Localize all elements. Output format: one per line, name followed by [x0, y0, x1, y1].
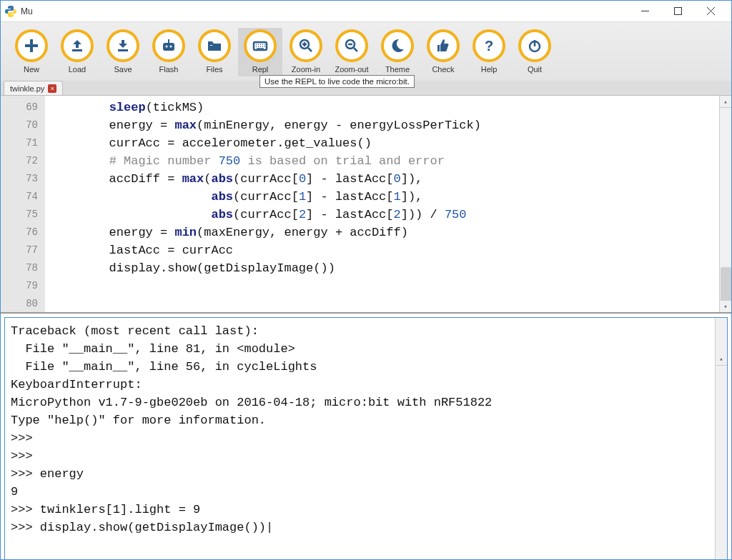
check-label: Check [432, 65, 454, 74]
close-tab-icon[interactable]: × [48, 84, 56, 93]
zoom-out-label: Zoom-out [335, 65, 368, 74]
svg-rect-1 [72, 49, 82, 51]
line-number: 74 [1, 188, 38, 206]
repl-line: >>> energy [11, 465, 724, 483]
zoom-out-button[interactable]: Zoom-out [330, 28, 374, 76]
tooltip: Use the REPL to live code the micro:bit. [259, 75, 415, 88]
repl-line: >>> [11, 447, 724, 465]
minimize-button[interactable] [628, 1, 661, 22]
quit-button[interactable]: Quit [513, 28, 557, 76]
maximize-button[interactable] [661, 1, 694, 22]
line-gutter: 697071727374757677787980 [1, 96, 45, 312]
scroll-up-icon[interactable]: ▴ [716, 354, 727, 366]
repl-line: Traceback (most recent call last): [11, 322, 724, 340]
line-number: 79 [1, 277, 38, 295]
zoom-out-icon [335, 29, 368, 62]
help-label: Help [481, 65, 498, 74]
repl-line: 9 [11, 483, 724, 501]
svg-text:?: ? [485, 38, 493, 54]
code-editor[interactable]: 697071727374757677787980 sleep(tickMS) e… [1, 96, 731, 314]
code-line: lastAcc = currAcc [51, 241, 731, 259]
code-line: # Magic number 750 is based on trial and… [51, 152, 731, 170]
question-icon: ? [473, 29, 505, 62]
repl-label: Repl [252, 65, 269, 74]
quit-label: Quit [528, 65, 542, 74]
editor-scrollbar[interactable]: ▴ ▾ [719, 96, 731, 312]
svg-rect-6 [210, 45, 212, 46]
repl-panel[interactable]: Traceback (most recent call last): File … [4, 317, 728, 560]
new-button[interactable]: New [9, 28, 54, 76]
new-label: New [24, 65, 39, 74]
tab-twinkle[interactable]: twinkle.py × [4, 81, 63, 95]
svg-rect-2 [118, 49, 128, 51]
toolbar: NewLoadSaveFlashFilesReplZoom-inZoom-out… [1, 22, 731, 81]
line-number: 73 [1, 170, 38, 188]
line-number: 78 [1, 259, 38, 277]
code-line: accDiff = max(abs(currAcc[0] - lastAcc[0… [51, 170, 731, 188]
window-title: Mu [21, 6, 33, 16]
repl-line: >>> [11, 429, 724, 447]
app-icon [5, 6, 16, 17]
svg-point-5 [170, 46, 172, 48]
line-number: 72 [1, 152, 38, 170]
line-number: 76 [1, 224, 38, 241]
keyboard-icon [244, 29, 277, 62]
zoom-in-icon [290, 29, 322, 62]
repl-line: >>> twinklers[1].light = 9 [11, 501, 724, 519]
repl-line: KeyboardInterrupt: [11, 376, 724, 394]
titlebar[interactable]: Mu [1, 1, 731, 22]
line-number: 71 [1, 134, 38, 152]
thumb-icon [427, 29, 460, 62]
zoom-in-label: Zoom-in [292, 65, 320, 74]
repl-line: Type "help()" for more information. [11, 411, 724, 429]
check-button[interactable]: Check [421, 28, 465, 76]
folder-icon [198, 29, 231, 62]
plus-icon [15, 29, 48, 62]
files-label: Files [206, 65, 222, 74]
code-line: sleep(tickMS) [51, 99, 731, 116]
code-area[interactable]: sleep(tickMS) energy = max(minEnergy, en… [45, 96, 731, 312]
download-icon [107, 29, 139, 62]
svg-point-4 [166, 46, 168, 48]
tab-label: twinkle.py [10, 84, 44, 93]
moon-icon [381, 29, 414, 62]
upload-icon [61, 29, 94, 62]
load-button[interactable]: Load [55, 28, 99, 76]
code-line: energy = min(maxEnergy, energy + accDiff… [51, 224, 731, 241]
power-icon [518, 29, 551, 62]
window-controls [628, 1, 727, 22]
code-line: energy = max(minEnergy, energy - energyL… [51, 116, 731, 134]
line-number: 80 [1, 295, 38, 313]
line-number: 70 [1, 116, 38, 134]
flash-button[interactable]: Flash [147, 28, 191, 76]
repl-line: >>> display.show(getDisplayImage()) [11, 519, 724, 536]
flash-label: Flash [159, 65, 179, 74]
scroll-thumb[interactable] [721, 267, 731, 301]
svg-rect-0 [674, 8, 681, 15]
code-line: display.show(getDisplayImage()) [51, 259, 731, 277]
repl-line: MicroPython v1.7-9-gbe020eb on 2016-04-1… [11, 394, 724, 411]
scroll-down-icon[interactable]: ▾ [720, 300, 731, 312]
zoom-in-button[interactable]: Zoom-in [284, 28, 328, 76]
svg-rect-3 [163, 43, 174, 51]
files-button[interactable]: Files [192, 28, 237, 76]
repl-line: File "__main__", line 56, in cycleLights [11, 358, 724, 376]
theme-label: Theme [385, 65, 410, 74]
repl-line: File "__main__", line 81, in <module> [11, 340, 724, 358]
code-line: abs(currAcc[2] - lastAcc[2])) / 750 [51, 206, 731, 224]
line-number: 75 [1, 206, 38, 224]
repl-scrollbar[interactable]: ▴ ▾ [715, 318, 727, 560]
line-number: 77 [1, 241, 38, 259]
theme-button[interactable]: Theme [375, 28, 420, 76]
help-button[interactable]: ?Help [467, 28, 511, 76]
close-button[interactable] [694, 1, 727, 22]
scroll-up-icon[interactable]: ▴ [720, 96, 731, 108]
code-line: abs(currAcc[1] - lastAcc[1]), [51, 188, 731, 206]
line-number: 69 [1, 99, 38, 116]
repl-button[interactable]: Repl [238, 28, 282, 76]
save-label: Save [114, 65, 132, 74]
save-button[interactable]: Save [101, 28, 145, 76]
robot-icon [152, 29, 185, 62]
load-label: Load [69, 65, 86, 74]
code-line: currAcc = accelerometer.get_values() [51, 134, 731, 152]
